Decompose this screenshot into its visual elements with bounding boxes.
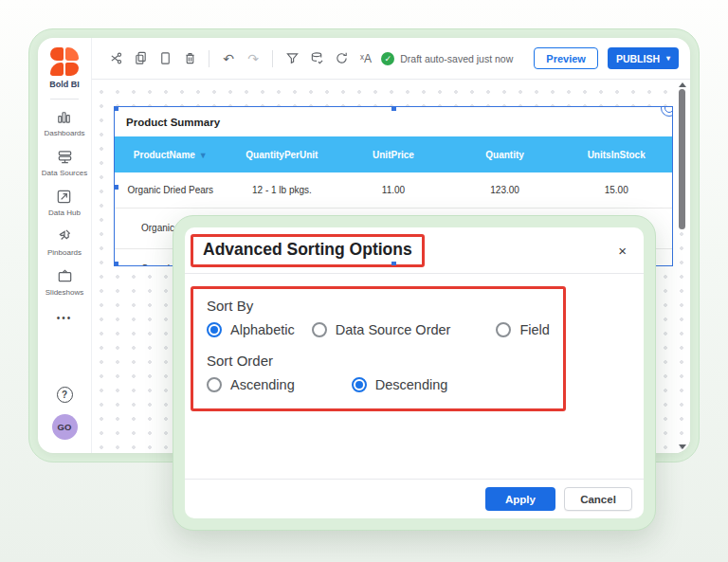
brand-label: Bold BI: [49, 80, 80, 89]
column-header-unitsinstock[interactable]: UnitsInStock: [560, 136, 672, 172]
autosave-check-icon: ✓: [381, 52, 394, 65]
cancel-button[interactable]: Cancel: [564, 487, 632, 511]
sidebar-divider: [50, 99, 79, 100]
caret-down-icon: ▾: [666, 54, 670, 63]
screen: Bold BI Dashboards Data Sources Data Hub: [0, 0, 728, 562]
copy-button[interactable]: [128, 46, 153, 71]
radio-unselected-icon[interactable]: [207, 377, 222, 392]
server-stack-icon: [56, 148, 74, 166]
publish-label: PUBLISH: [616, 53, 660, 64]
translate-icon: ˣA: [360, 53, 372, 64]
preview-button[interactable]: Preview: [534, 47, 598, 69]
publish-button[interactable]: PUBLISH ▾: [608, 47, 679, 69]
pushpin-icon: [56, 227, 74, 245]
close-icon[interactable]: ×: [618, 244, 627, 258]
scissors-icon: [109, 51, 123, 65]
redo-button[interactable]: ↷: [241, 46, 265, 71]
column-header-quantity[interactable]: Quantity: [449, 136, 561, 172]
radio-alphabetic[interactable]: Alphabetic: [207, 322, 295, 337]
radio-ascending[interactable]: Ascending: [207, 377, 295, 392]
paste-button[interactable]: [153, 46, 177, 71]
sidebar-item-slideshows[interactable]: Slideshows: [46, 267, 83, 297]
sidebar-item-label: Data Sources: [42, 169, 87, 177]
sidebar-item-data-sources[interactable]: Data Sources: [42, 148, 87, 177]
user-avatar[interactable]: GO: [52, 414, 78, 440]
toolbar-separator: [272, 50, 273, 67]
sort-descending-icon: ▼: [199, 151, 208, 160]
radio-selected-icon[interactable]: [352, 377, 367, 392]
table-header-row: ProductName▼ QuantityPerUnit UnitPrice Q…: [115, 136, 672, 172]
slideshow-screen-icon: [56, 267, 74, 285]
selection-handle[interactable]: [391, 106, 396, 111]
refresh-button[interactable]: [329, 46, 354, 71]
annotation-title-highlight: Advanced Sorting Options: [191, 234, 425, 267]
sidebar-item-data-hub[interactable]: Data Hub: [48, 188, 81, 217]
help-icon[interactable]: ?: [57, 387, 73, 403]
scroll-up-icon[interactable]: [679, 82, 686, 87]
refresh-icon: [335, 51, 349, 65]
column-header-quantityperunit[interactable]: QuantityPerUnit: [227, 136, 338, 172]
sidebar-item-dashboards[interactable]: Dashboards: [44, 108, 84, 137]
column-header-unitprice[interactable]: UnitPrice: [337, 136, 449, 172]
sort-order-label: Sort Order: [207, 353, 563, 369]
sort-by-label: Sort By: [207, 298, 563, 314]
sidebar-item-pinboards[interactable]: Pinboards: [47, 227, 82, 257]
sort-order-options: Ascending Descending: [207, 377, 563, 392]
annotation-options-highlight: Sort By Alphabetic Data Source Order: [191, 286, 566, 411]
toolbar-separator: [209, 50, 209, 67]
database-check-icon: [310, 51, 324, 65]
radio-unselected-icon[interactable]: [496, 322, 511, 337]
sidebar-item-label: Data Hub: [48, 208, 81, 217]
sidebar-item-label: Dashboards: [44, 129, 84, 137]
toolbar: ↶ ↷: [92, 38, 690, 80]
paste-icon: [158, 51, 173, 65]
toolbar-right: ✓ Draft auto-saved just now Preview PUBL…: [381, 47, 679, 69]
filter-button[interactable]: [280, 46, 304, 71]
scrollbar-thumb[interactable]: [679, 89, 685, 229]
cell-unitsinstock: 15.00: [560, 172, 672, 208]
apply-button[interactable]: Apply: [485, 487, 555, 511]
undo-button[interactable]: ↶: [216, 46, 241, 71]
modal-frame: Advanced Sorting Options × Sort By Alpha…: [173, 215, 656, 531]
modal-body: Sort By Alphabetic Data Source Order: [185, 274, 644, 411]
radio-data-source-order[interactable]: Data Source Order: [312, 322, 451, 337]
scroll-down-icon[interactable]: [679, 444, 686, 449]
radio-selected-icon[interactable]: [207, 322, 222, 337]
radio-field[interactable]: Field: [496, 322, 549, 337]
sidebar-more-button[interactable]: •••: [57, 313, 73, 323]
sidebar: Bold BI Dashboards Data Sources Data Hub: [38, 38, 92, 453]
data-filter-button[interactable]: [304, 46, 329, 71]
sidebar-item-label: Pinboards: [47, 248, 82, 257]
sort-by-options: Alphabetic Data Source Order Field: [207, 322, 563, 337]
cell-unitprice: 11.00: [337, 172, 449, 208]
selection-handle[interactable]: [114, 106, 118, 111]
autosave-status: Draft auto-saved just now: [400, 53, 513, 64]
delete-button[interactable]: [177, 46, 202, 71]
undo-icon: ↶: [223, 52, 234, 65]
advanced-sorting-dialog: Advanced Sorting Options × Sort By Alpha…: [185, 227, 644, 518]
modal-footer: Apply Cancel: [185, 479, 644, 518]
canvas-scrollbar[interactable]: [678, 80, 687, 453]
boldbi-logo: [50, 47, 79, 76]
filter-funnel-icon: [285, 51, 300, 65]
copy-icon: [134, 51, 148, 65]
modal-header: Advanced Sorting Options ×: [185, 227, 644, 274]
column-header-productname[interactable]: ProductName▼: [115, 136, 227, 172]
modal-spacer: [185, 411, 644, 479]
widget-title: Product Summary: [115, 107, 672, 136]
table-row: Organic Dried Pears 12 - 1 lb pkgs. 11.0…: [115, 172, 672, 208]
trash-icon: [183, 51, 197, 65]
cut-button[interactable]: [103, 46, 128, 71]
translate-button[interactable]: ˣA: [354, 46, 378, 71]
bar-chart-icon: [55, 108, 73, 126]
modal-title: Advanced Sorting Options: [203, 240, 412, 259]
selection-handle[interactable]: [114, 185, 118, 190]
cell-quantityperunit: 12 - 1 lb pkgs.: [227, 172, 338, 208]
cell-quantity: 123.00: [449, 172, 561, 208]
radio-descending[interactable]: Descending: [352, 377, 448, 392]
radio-unselected-icon[interactable]: [312, 322, 327, 337]
data-hub-icon: [55, 188, 73, 206]
sidebar-item-label: Slideshows: [46, 288, 83, 297]
cell-productname: Organic Dried Pears: [115, 172, 227, 208]
redo-icon: ↷: [247, 52, 259, 65]
